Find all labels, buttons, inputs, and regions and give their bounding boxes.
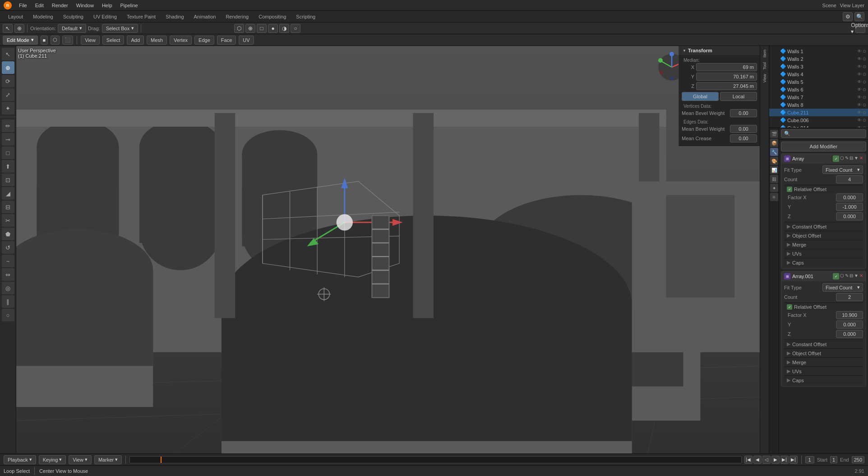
tool-to-sphere[interactable]: ○ [2, 309, 14, 321]
z-value[interactable]: 27.045 m [696, 82, 757, 90]
shading-solid-btn[interactable]: ● [268, 24, 278, 33]
mod2-apply-btn[interactable]: ▼ [854, 273, 859, 279]
timeline-playback-dropdown[interactable]: Playback ▾ [4, 455, 36, 464]
mod-apply-btn[interactable]: ▼ [854, 156, 859, 162]
n-panel-tab-item[interactable]: Item [762, 48, 767, 60]
count-value-2[interactable]: 2 [836, 293, 863, 301]
n-panel-tab-tool[interactable]: Tool [762, 60, 767, 72]
outliner-item-walls5[interactable]: 🔷 Walls 5 👁⊙ [769, 78, 868, 86]
outliner-item-walls4[interactable]: 🔷 Walls 4 👁⊙ [769, 70, 868, 78]
outliner-item-cube211[interactable]: 🔷 Cube.211 👁⊙ [769, 109, 868, 116]
add-modifier-btn[interactable]: Add Modifier [781, 142, 866, 151]
uvs-2[interactable]: ▶ UVs [784, 366, 863, 375]
factor-x-value-2[interactable]: 10.900 [836, 311, 863, 319]
uv-menu[interactable]: UV [239, 36, 254, 45]
props-data-icon[interactable]: 📊 [770, 166, 778, 174]
menu-help[interactable]: Help [98, 2, 116, 9]
tool-shear[interactable]: ∥ [2, 295, 14, 308]
face-menu[interactable]: Face [217, 36, 236, 45]
timeline-view-dropdown[interactable]: View ▾ [69, 455, 92, 464]
menu-pipeline[interactable]: Pipeline [117, 2, 142, 9]
add-menu[interactable]: Add [127, 36, 144, 45]
tab-animation[interactable]: Animation [189, 13, 221, 21]
tool-loop-cut[interactable]: ⊟ [2, 201, 14, 213]
tool-poly-build[interactable]: ⬟ [2, 228, 14, 240]
tool-annotate[interactable]: ✏ [2, 119, 14, 132]
modifier-array-2-header[interactable]: ⊞ Array.001 ✓ ⬡ ✎ ⊟ ▼ ✕ [781, 271, 866, 281]
merge-1[interactable]: ▶ Merge [784, 240, 863, 249]
edge-mode-btn[interactable]: ⬡ [51, 36, 60, 45]
fit-type-dropdown-1[interactable]: Fixed Count ▾ [822, 165, 863, 174]
props-constraint-icon[interactable]: ⛓ [770, 175, 778, 183]
tool-spin[interactable]: ↺ [2, 241, 14, 254]
modifier-search[interactable]: 🔍 [781, 129, 866, 138]
mod2-edit-btn[interactable]: ✎ [845, 273, 849, 279]
props-scene-icon[interactable]: 🎬 [770, 130, 778, 138]
mean-crease-value[interactable]: 0.00 [730, 134, 757, 142]
xray-btn[interactable]: □ [257, 24, 267, 33]
tool-transform[interactable]: ✦ [2, 102, 14, 114]
constant-offset-2[interactable]: ▶ Constant Offset [784, 339, 863, 348]
props-object-icon[interactable]: 📦 [770, 139, 778, 147]
props-physics-icon[interactable]: ⚛ [770, 193, 778, 201]
mesh-menu[interactable]: Mesh [147, 36, 167, 45]
tool-rotate[interactable]: ⟳ [2, 75, 14, 87]
outliner-item-walls6[interactable]: 🔷 Walls 6 👁⊙ [769, 86, 868, 93]
tab-compositing[interactable]: Compositing [254, 13, 291, 21]
viewport[interactable]: User Perspective (1) Cube.211 X Y Z 📷 [16, 46, 769, 453]
tool-bevel[interactable]: ◢ [2, 187, 14, 200]
caps-1[interactable]: ▶ Caps [784, 258, 863, 267]
edge-menu[interactable]: Edge [194, 36, 214, 45]
mod2-delete-btn[interactable]: ✕ [859, 273, 863, 279]
tool-inset[interactable]: ⊡ [2, 174, 14, 186]
tool-add-cube[interactable]: □ [2, 146, 14, 159]
merge-2[interactable]: ▶ Merge [784, 357, 863, 366]
options-btn[interactable]: Options ▾ [855, 24, 865, 33]
mod2-render-btn[interactable]: ⬡ [840, 273, 844, 279]
tool-knife[interactable]: ✂ [2, 214, 14, 227]
mod-delete-btn[interactable]: ✕ [859, 156, 863, 162]
menu-window[interactable]: Window [73, 2, 97, 9]
uvs-1[interactable]: ▶ UVs [784, 249, 863, 258]
mod-cage-btn[interactable]: ⊟ [850, 156, 853, 162]
mod-edit-btn[interactable]: ✎ [845, 156, 849, 162]
relative-offset-section-2[interactable]: ✓ Relative Offset [784, 302, 863, 311]
relative-offset-section-1[interactable]: ✓ Relative Offset [784, 185, 863, 193]
tool-cursor[interactable]: ↖ [2, 48, 14, 60]
object-offset-1[interactable]: ▶ Object Offset [784, 231, 863, 240]
viewport-shading-btn[interactable]: ⬡ [234, 24, 244, 33]
shading-material-btn[interactable]: ◑ [279, 24, 289, 33]
factor-x-value-1[interactable]: 0.000 [836, 193, 863, 201]
outliner-item-walls1[interactable]: 🔷 Walls 1 👁⊙ [769, 47, 868, 55]
fit-type-dropdown-2[interactable]: Fixed Count ▾ [822, 283, 863, 292]
object-offset-2[interactable]: ▶ Object Offset [784, 348, 863, 357]
vertex-bevel-value[interactable]: 0.00 [730, 109, 757, 117]
outliner-item-cube014[interactable]: 🔷 Cube.014 👁⊙ [769, 124, 868, 128]
n-panel-tab-view[interactable]: View [762, 72, 767, 84]
tool-measure[interactable]: ⊸ [2, 133, 14, 146]
factor-z-value-1[interactable]: 0.000 [836, 212, 863, 220]
factor-y-value-2[interactable]: 0.000 [836, 320, 863, 329]
outliner-item-walls2[interactable]: 🔷 Walls 2 👁⊙ [769, 55, 868, 63]
tab-layout[interactable]: Layout [4, 13, 28, 21]
prev-frame-btn[interactable]: ◀ [753, 456, 762, 464]
search-btn[interactable]: 🔍 [854, 12, 864, 21]
props-modifier-icon[interactable]: 🔧 [770, 148, 778, 156]
timeline-keying-dropdown[interactable]: Keying ▾ [39, 455, 66, 464]
local-btn[interactable]: Local [720, 92, 757, 101]
mode-dropdown[interactable]: Edit Mode ▾ [3, 36, 38, 45]
menu-edit[interactable]: Edit [32, 2, 47, 9]
tab-shading[interactable]: Shading [161, 13, 188, 21]
factor-y-value-1[interactable]: -1.000 [836, 203, 863, 211]
drag-dropdown[interactable]: Select Box ▾ [102, 24, 139, 33]
jump-start-btn[interactable]: |◀ [744, 456, 753, 464]
tool-smooth[interactable]: ~ [2, 255, 14, 267]
tab-texture-paint[interactable]: Texture Paint [122, 13, 160, 21]
menu-file[interactable]: File [15, 2, 31, 9]
outliner-item-walls3[interactable]: 🔷 Walls 3 👁⊙ [769, 63, 868, 70]
vertex-mode-btn[interactable]: ■ [41, 36, 48, 45]
global-btn[interactable]: Global [682, 92, 719, 101]
tab-sculpting[interactable]: Sculpting [59, 13, 88, 21]
jump-end-btn[interactable]: ▶| [790, 456, 798, 464]
tool-extrude[interactable]: ⬆ [2, 160, 14, 173]
